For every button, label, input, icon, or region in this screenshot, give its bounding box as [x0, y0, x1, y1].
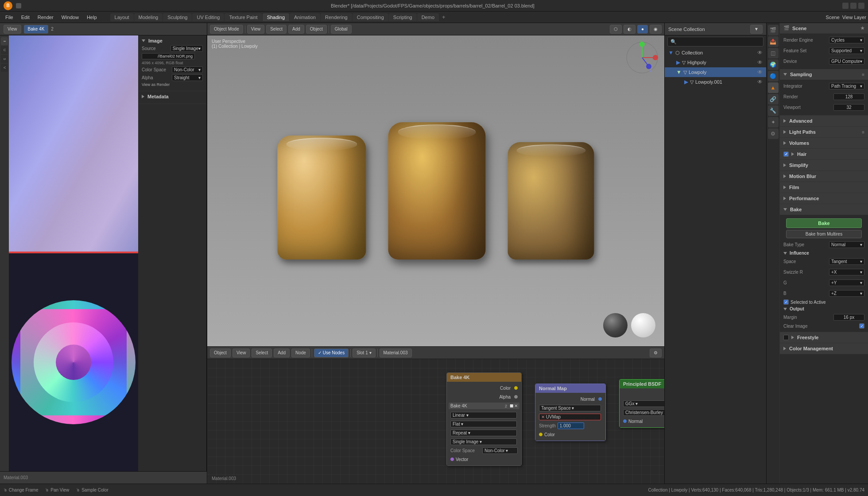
- prop-icon-view-layer[interactable]: ◫: [768, 48, 779, 58]
- node-settings-btn[interactable]: ⚙: [650, 349, 662, 357]
- bake-title[interactable]: Bake: [780, 204, 868, 215]
- tab-texture-paint[interactable]: Texture Paint: [225, 13, 262, 21]
- tab-sculpting[interactable]: Sculpting: [163, 13, 192, 21]
- swizzle-b-dropdown[interactable]: +Z ▾: [829, 290, 864, 297]
- use-nodes-btn[interactable]: ✓ Use Nodes: [314, 349, 349, 357]
- outliner-highpoly[interactable]: ▶ ▽ Highpoly 👁: [665, 58, 766, 67]
- sampling-title[interactable]: Sampling ≡: [780, 69, 868, 80]
- hair-checkbox[interactable]: [783, 151, 789, 157]
- strength-input[interactable]: 1.000: [558, 422, 584, 429]
- select-btn-3d[interactable]: Select: [266, 25, 287, 34]
- bake-4k-repeat-dropdown[interactable]: Repeat ▾: [450, 430, 517, 436]
- lowpoly-eye[interactable]: 👁: [757, 69, 763, 75]
- view-btn[interactable]: View: [4, 25, 21, 34]
- film-title[interactable]: Film: [780, 182, 868, 193]
- alpha-dropdown[interactable]: Straight ▾: [172, 74, 203, 81]
- normal-map-space-dropdown[interactable]: Tangent Space ▾: [539, 405, 601, 411]
- bake-button[interactable]: Bake: [786, 218, 862, 228]
- view-btn-3d[interactable]: View: [247, 25, 265, 34]
- bake-4k-cs-dropdown[interactable]: Non-Color ▾: [482, 447, 518, 454]
- tab-demo[interactable]: Demo: [417, 13, 439, 21]
- bake-4k-linear-dropdown[interactable]: Linear ▾: [450, 412, 517, 418]
- integrator-dropdown[interactable]: Path Tracing ▾: [829, 83, 864, 89]
- tab-shading[interactable]: Shading: [263, 13, 289, 21]
- prop-icon-world[interactable]: 🔵: [768, 71, 779, 81]
- color-management-title[interactable]: Color Management: [780, 343, 868, 354]
- freestyle-checkbox[interactable]: [783, 335, 789, 340]
- maximize-btn[interactable]: [850, 3, 856, 9]
- advanced-title[interactable]: Advanced: [780, 116, 868, 126]
- tab-scripting[interactable]: Scripting: [389, 13, 417, 21]
- node-add-btn[interactable]: Add: [274, 349, 290, 357]
- tab-modeling[interactable]: Modeling: [134, 13, 163, 21]
- tab-add[interactable]: +: [439, 13, 448, 21]
- swizzle-r-dropdown[interactable]: +X ▾: [829, 269, 864, 275]
- source-dropdown[interactable]: Single Image ▾: [170, 45, 203, 52]
- normal-map-uvmap-dropdown[interactable]: ✕ UVMap: [539, 414, 601, 420]
- viewport-shading-1[interactable]: ⬡: [610, 25, 622, 34]
- bake-4k-flat-dropdown[interactable]: Flat ▾: [450, 421, 517, 427]
- viewport-shading-2[interactable]: ◐: [624, 25, 636, 34]
- bake-multires-button[interactable]: Bake from Multires: [786, 230, 862, 238]
- viewport-samples-value[interactable]: 32: [833, 104, 864, 111]
- lowpoly001-eye[interactable]: 👁: [757, 79, 763, 85]
- colorspace-dropdown[interactable]: Non-Color ▾: [172, 66, 203, 73]
- prop-icon-particles[interactable]: ✦: [768, 117, 779, 128]
- prop-icon-physics[interactable]: ⚙: [768, 128, 779, 139]
- node-node-btn[interactable]: Node: [291, 349, 310, 357]
- motion-blur-title[interactable]: Motion Blur: [780, 171, 868, 182]
- swizzle-g-dropdown[interactable]: +Y ▾: [829, 279, 864, 286]
- bsdf-christensen-dropdown[interactable]: Christensen-Burley ▾: [623, 409, 664, 416]
- prop-icon-output[interactable]: 📤: [768, 36, 779, 47]
- highpoly-eye[interactable]: 👁: [757, 59, 763, 66]
- prop-icon-scene[interactable]: 🌍: [768, 59, 779, 70]
- bake-4k-label[interactable]: Bake 4K: [24, 25, 49, 34]
- close-btn[interactable]: [858, 3, 864, 9]
- outliner-collection[interactable]: ▼ ⬡ Collection 👁: [665, 48, 766, 58]
- filename-value[interactable]: //Barrel02 NOR.png: [142, 53, 195, 59]
- viewport-shading-3[interactable]: ●: [637, 25, 648, 34]
- outliner-lowpoly[interactable]: ▼ ▽ Lowpoly 👁: [665, 67, 766, 77]
- tab-rendering[interactable]: Rendering: [321, 13, 352, 21]
- bake-type-dropdown[interactable]: Normal ▾: [829, 241, 864, 248]
- outliner-filter-btn[interactable]: ▼: [750, 25, 763, 34]
- light-paths-title[interactable]: Light Paths ≡: [780, 127, 868, 137]
- prop-icon-modifiers[interactable]: 🔧: [768, 105, 779, 116]
- menu-help[interactable]: Help: [83, 14, 101, 21]
- object-mode-btn[interactable]: Object Mode: [210, 25, 243, 34]
- menu-file[interactable]: File: [2, 14, 17, 21]
- menu-edit[interactable]: Edit: [18, 14, 33, 21]
- device-dropdown[interactable]: GPU Compute ▾: [829, 58, 864, 65]
- viewport-3d-content[interactable]: User Perspective (1) Collection | Lowpol…: [207, 35, 664, 346]
- outliner-lowpoly-001[interactable]: ▶ ▽ Lowpoly.001 👁: [665, 77, 766, 87]
- global-transform[interactable]: Global: [331, 25, 352, 34]
- viewport-shading-4[interactable]: ◉: [650, 25, 662, 34]
- add-btn-3d[interactable]: Add: [288, 25, 304, 34]
- metadata-header[interactable]: Metadata: [142, 94, 203, 99]
- tab-animation[interactable]: Animation: [290, 13, 320, 21]
- side-tab-uv[interactable]: U: [1, 46, 8, 54]
- influence-space-dropdown[interactable]: Tangent ▾: [829, 258, 864, 265]
- performance-title[interactable]: Performance: [780, 193, 868, 204]
- menu-window[interactable]: Window: [58, 14, 82, 21]
- collection-eye[interactable]: 👁: [757, 50, 763, 56]
- bsdf-ggx-dropdown[interactable]: GGx ▾: [623, 400, 664, 407]
- tab-compositing[interactable]: Compositing: [353, 13, 388, 21]
- tab-layout[interactable]: Layout: [110, 13, 134, 21]
- node-object-btn[interactable]: Object: [210, 349, 231, 357]
- side-tab-image[interactable]: I: [1, 37, 8, 45]
- freestyle-title[interactable]: Freestyle: [780, 332, 868, 343]
- side-tab-scopes[interactable]: S: [1, 55, 8, 63]
- feature-set-dropdown[interactable]: Supported ▾: [829, 47, 864, 54]
- render-engine-dropdown[interactable]: Cycles ▾: [829, 37, 864, 43]
- prop-icon-render[interactable]: 🎬: [768, 25, 779, 35]
- hair-title[interactable]: Hair: [780, 149, 868, 159]
- volumes-title[interactable]: Volumes: [780, 138, 868, 148]
- minimize-btn[interactable]: [842, 3, 849, 9]
- menu-render[interactable]: Render: [34, 14, 57, 21]
- tab-uv-editing[interactable]: UV Editing: [192, 13, 224, 21]
- material-name-btn[interactable]: Material.003: [380, 349, 412, 357]
- simplify-title[interactable]: Simplify: [780, 160, 868, 170]
- influence-header[interactable]: Influence: [783, 251, 864, 256]
- side-tab-view[interactable]: V: [1, 64, 8, 72]
